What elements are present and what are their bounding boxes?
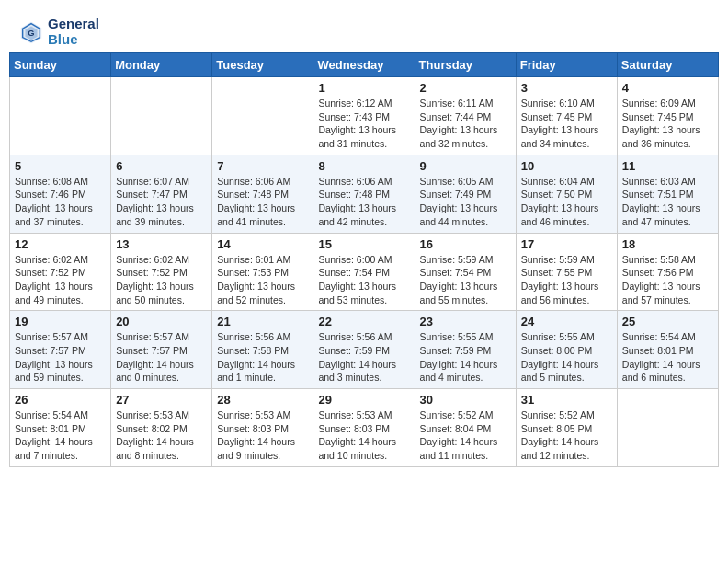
calendar-day-4: 4Sunrise: 6:09 AM Sunset: 7:45 PM Daylig…: [617, 77, 718, 155]
calendar-day-17: 17Sunrise: 5:59 AM Sunset: 7:55 PM Dayli…: [516, 233, 617, 311]
day-info: Sunrise: 6:06 AM Sunset: 7:48 PM Dayligh…: [318, 175, 409, 229]
day-info: Sunrise: 5:54 AM Sunset: 8:01 PM Dayligh…: [15, 408, 106, 463]
day-number: 6: [116, 159, 207, 173]
calendar-day-24: 24Sunrise: 5:55 AM Sunset: 8:00 PM Dayli…: [516, 311, 617, 389]
day-info: Sunrise: 6:02 AM Sunset: 7:52 PM Dayligh…: [15, 253, 106, 307]
day-number: 25: [622, 315, 713, 328]
day-number: 27: [116, 393, 207, 407]
calendar-day-25: 25Sunrise: 5:54 AM Sunset: 8:01 PM Dayli…: [617, 311, 718, 389]
day-info: Sunrise: 5:52 AM Sunset: 8:04 PM Dayligh…: [420, 408, 511, 463]
day-info: Sunrise: 6:05 AM Sunset: 7:49 PM Dayligh…: [420, 175, 511, 229]
calendar-day-9: 9Sunrise: 6:05 AM Sunset: 7:49 PM Daylig…: [415, 155, 516, 233]
calendar-week-3: 19Sunrise: 5:57 AM Sunset: 7:57 PM Dayli…: [10, 311, 719, 389]
header-saturday: Saturday: [617, 53, 718, 77]
day-info: Sunrise: 6:03 AM Sunset: 7:51 PM Dayligh…: [622, 175, 713, 229]
day-number: 29: [318, 393, 409, 407]
calendar-day-26: 26Sunrise: 5:54 AM Sunset: 8:01 PM Dayli…: [10, 389, 111, 467]
calendar-day-29: 29Sunrise: 5:53 AM Sunset: 8:03 PM Dayli…: [313, 389, 415, 467]
calendar-day-27: 27Sunrise: 5:53 AM Sunset: 8:02 PM Dayli…: [111, 389, 212, 467]
day-info: Sunrise: 5:56 AM Sunset: 7:59 PM Dayligh…: [318, 330, 409, 385]
day-number: 5: [15, 159, 106, 173]
calendar-week-0: 1Sunrise: 6:12 AM Sunset: 7:43 PM Daylig…: [10, 77, 719, 155]
calendar-day-13: 13Sunrise: 6:02 AM Sunset: 7:52 PM Dayli…: [111, 233, 212, 311]
calendar-day-11: 11Sunrise: 6:03 AM Sunset: 7:51 PM Dayli…: [617, 155, 718, 233]
day-info: Sunrise: 5:57 AM Sunset: 7:57 PM Dayligh…: [15, 330, 106, 385]
calendar-day-23: 23Sunrise: 5:55 AM Sunset: 7:59 PM Dayli…: [415, 311, 516, 389]
calendar-week-2: 12Sunrise: 6:02 AM Sunset: 7:52 PM Dayli…: [10, 233, 719, 311]
day-number: 3: [521, 81, 612, 95]
day-number: 19: [15, 315, 106, 328]
calendar-day-3: 3Sunrise: 6:10 AM Sunset: 7:45 PM Daylig…: [516, 77, 617, 155]
logo-icon: G: [18, 19, 44, 45]
day-info: Sunrise: 6:11 AM Sunset: 7:44 PM Dayligh…: [420, 97, 511, 151]
day-number: 17: [521, 237, 612, 251]
calendar-day-30: 30Sunrise: 5:52 AM Sunset: 8:04 PM Dayli…: [415, 389, 516, 467]
calendar-day-5: 5Sunrise: 6:08 AM Sunset: 7:46 PM Daylig…: [10, 155, 111, 233]
day-number: 1: [318, 81, 409, 95]
day-info: Sunrise: 5:54 AM Sunset: 8:01 PM Dayligh…: [622, 330, 713, 385]
calendar-day-20: 20Sunrise: 5:57 AM Sunset: 7:57 PM Dayli…: [111, 311, 212, 389]
day-info: Sunrise: 5:58 AM Sunset: 7:56 PM Dayligh…: [622, 253, 713, 307]
day-info: Sunrise: 5:56 AM Sunset: 7:58 PM Dayligh…: [217, 330, 308, 385]
calendar-empty-cell: [212, 77, 313, 155]
header-wednesday: Wednesday: [313, 53, 415, 77]
logo: G General Blue: [18, 17, 99, 47]
day-number: 26: [15, 393, 106, 407]
day-info: Sunrise: 5:52 AM Sunset: 8:05 PM Dayligh…: [521, 408, 612, 463]
day-number: 16: [420, 237, 511, 251]
logo-text: General Blue: [48, 17, 99, 47]
day-info: Sunrise: 5:53 AM Sunset: 8:03 PM Dayligh…: [217, 408, 308, 463]
day-number: 28: [217, 393, 308, 407]
calendar-day-1: 1Sunrise: 6:12 AM Sunset: 7:43 PM Daylig…: [313, 77, 415, 155]
day-number: 7: [217, 159, 308, 173]
day-info: Sunrise: 6:06 AM Sunset: 7:48 PM Dayligh…: [217, 175, 308, 229]
day-info: Sunrise: 6:07 AM Sunset: 7:47 PM Dayligh…: [116, 175, 207, 229]
calendar-day-2: 2Sunrise: 6:11 AM Sunset: 7:44 PM Daylig…: [415, 77, 516, 155]
calendar-day-8: 8Sunrise: 6:06 AM Sunset: 7:48 PM Daylig…: [313, 155, 415, 233]
svg-text:G: G: [28, 28, 34, 37]
header-sunday: Sunday: [10, 53, 111, 77]
day-number: 12: [15, 237, 106, 251]
calendar-day-31: 31Sunrise: 5:52 AM Sunset: 8:05 PM Dayli…: [516, 389, 617, 467]
day-number: 23: [420, 315, 511, 328]
day-info: Sunrise: 5:55 AM Sunset: 7:59 PM Dayligh…: [420, 330, 511, 385]
calendar-empty-cell: [617, 389, 718, 467]
day-number: 8: [318, 159, 409, 173]
day-info: Sunrise: 6:01 AM Sunset: 7:53 PM Dayligh…: [217, 253, 308, 307]
calendar-day-6: 6Sunrise: 6:07 AM Sunset: 7:47 PM Daylig…: [111, 155, 212, 233]
header-friday: Friday: [516, 53, 617, 77]
day-info: Sunrise: 5:55 AM Sunset: 8:00 PM Dayligh…: [521, 330, 612, 385]
day-info: Sunrise: 6:02 AM Sunset: 7:52 PM Dayligh…: [116, 253, 207, 307]
calendar-day-15: 15Sunrise: 6:00 AM Sunset: 7:54 PM Dayli…: [313, 233, 415, 311]
day-number: 4: [622, 81, 713, 95]
day-number: 24: [521, 315, 612, 328]
calendar-day-10: 10Sunrise: 6:04 AM Sunset: 7:50 PM Dayli…: [516, 155, 617, 233]
day-number: 22: [318, 315, 409, 328]
calendar-day-21: 21Sunrise: 5:56 AM Sunset: 7:58 PM Dayli…: [212, 311, 313, 389]
day-number: 21: [217, 315, 308, 328]
day-info: Sunrise: 6:08 AM Sunset: 7:46 PM Dayligh…: [15, 175, 106, 229]
day-number: 10: [521, 159, 612, 173]
calendar-empty-cell: [111, 77, 212, 155]
calendar-day-12: 12Sunrise: 6:02 AM Sunset: 7:52 PM Dayli…: [10, 233, 111, 311]
day-number: 30: [420, 393, 511, 407]
day-info: Sunrise: 5:59 AM Sunset: 7:54 PM Dayligh…: [420, 253, 511, 307]
day-number: 18: [622, 237, 713, 251]
calendar-header-row: SundayMondayTuesdayWednesdayThursdayFrid…: [10, 53, 719, 77]
calendar-day-18: 18Sunrise: 5:58 AM Sunset: 7:56 PM Dayli…: [617, 233, 718, 311]
calendar-week-1: 5Sunrise: 6:08 AM Sunset: 7:46 PM Daylig…: [10, 155, 719, 233]
calendar-day-28: 28Sunrise: 5:53 AM Sunset: 8:03 PM Dayli…: [212, 389, 313, 467]
day-number: 13: [116, 237, 207, 251]
day-number: 9: [420, 159, 511, 173]
calendar-day-7: 7Sunrise: 6:06 AM Sunset: 7:48 PM Daylig…: [212, 155, 313, 233]
day-number: 14: [217, 237, 308, 251]
calendar-week-4: 26Sunrise: 5:54 AM Sunset: 8:01 PM Dayli…: [10, 389, 719, 467]
calendar-table: SundayMondayTuesdayWednesdayThursdayFrid…: [9, 52, 719, 467]
day-number: 31: [521, 393, 612, 407]
calendar-day-16: 16Sunrise: 5:59 AM Sunset: 7:54 PM Dayli…: [415, 233, 516, 311]
page-header: G General Blue: [9, 9, 719, 52]
calendar-day-14: 14Sunrise: 6:01 AM Sunset: 7:53 PM Dayli…: [212, 233, 313, 311]
day-info: Sunrise: 6:09 AM Sunset: 7:45 PM Dayligh…: [622, 97, 713, 151]
day-number: 2: [420, 81, 511, 95]
day-info: Sunrise: 5:53 AM Sunset: 8:03 PM Dayligh…: [318, 408, 409, 463]
